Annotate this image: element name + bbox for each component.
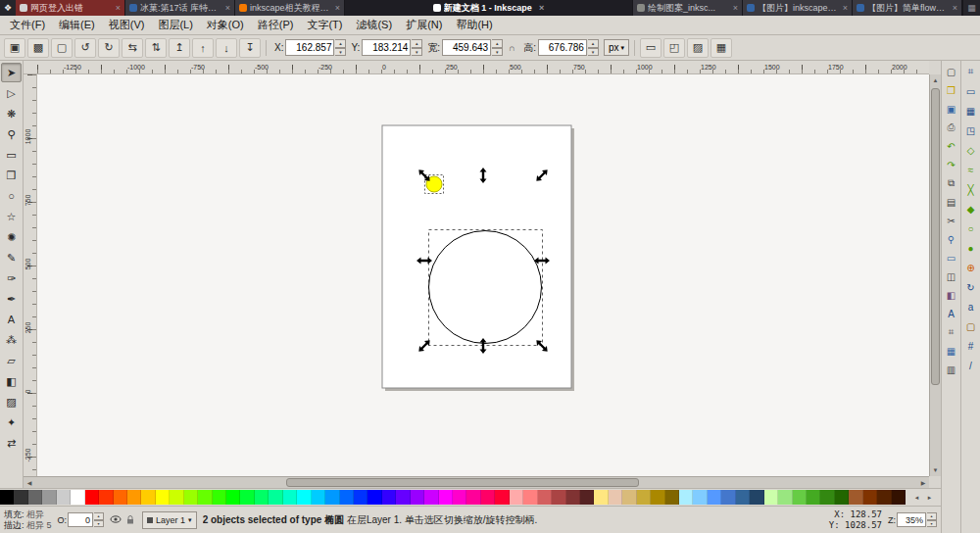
palette-swatch[interactable] <box>382 490 396 505</box>
palette-swatch[interactable] <box>736 490 750 505</box>
snap-smooth-nodes-toggle[interactable]: ○ <box>962 220 979 236</box>
palette-swatch[interactable] <box>778 490 792 505</box>
layer-visibility-icon[interactable] <box>110 513 122 527</box>
palette-swatch[interactable] <box>439 490 453 505</box>
palette-swatch[interactable] <box>835 490 849 505</box>
palette-swatch[interactable] <box>213 490 226 505</box>
palette-swatch[interactable] <box>495 490 509 505</box>
palette-swatch[interactable] <box>622 490 636 505</box>
palette-swatch[interactable] <box>424 490 438 505</box>
x-spinner[interactable]: ▴▾ <box>335 39 346 56</box>
height-spinner[interactable]: ▴▾ <box>588 39 599 56</box>
xml-editor-button[interactable]: ⌗ <box>943 324 959 340</box>
palette-swatch[interactable] <box>396 490 410 505</box>
node-editor-tool[interactable]: ▷ <box>1 83 22 103</box>
menu-item[interactable]: 帮助(H) <box>449 16 499 34</box>
menu-item[interactable]: 路径(P) <box>251 16 301 34</box>
snap-enable-toggle[interactable]: ⌗ <box>962 64 979 79</box>
tab-close-icon[interactable]: × <box>335 3 340 13</box>
palette-swatch[interactable] <box>240 490 254 505</box>
zoom-spinner[interactable]: ▴▾ <box>927 512 937 527</box>
horizontal-ruler[interactable]: -1250-1000-750-500-250025050075010001250… <box>24 61 929 74</box>
align-dialog-button[interactable]: ▦ <box>943 343 959 359</box>
palette-swatch[interactable] <box>764 490 778 505</box>
palette-swatch[interactable] <box>793 490 807 505</box>
palette-swatch[interactable] <box>807 490 820 505</box>
zoom-input[interactable]: 35% <box>897 512 926 527</box>
spray-tool[interactable]: ⁂ <box>1 330 22 350</box>
new-document-button[interactable]: ▢ <box>943 64 959 79</box>
window-tab[interactable]: inkscape相关教程汇总...× <box>235 0 345 16</box>
lower-to-bottom-button[interactable]: ↧ <box>239 38 261 58</box>
horizontal-scrollbar-thumb[interactable] <box>286 478 639 487</box>
text-dialog-button[interactable]: A <box>943 306 959 321</box>
copy-button[interactable]: ⧉ <box>943 175 959 191</box>
opacity-input[interactable]: 0 <box>68 512 93 527</box>
palette-swatch[interactable] <box>849 490 862 505</box>
rectangle-tool[interactable]: ▭ <box>1 145 22 165</box>
flip-vertical-button[interactable]: ⇅ <box>145 38 167 58</box>
vertical-scrollbar-thumb[interactable] <box>931 88 940 385</box>
snap-text-baseline-toggle[interactable]: a <box>962 299 979 315</box>
palette-swatch[interactable] <box>354 490 368 505</box>
palette-swatch[interactable] <box>580 490 594 505</box>
text-tool[interactable]: A <box>1 310 22 329</box>
palette-swatch[interactable] <box>510 490 523 505</box>
cut-button[interactable]: ✂ <box>943 213 959 228</box>
horizontal-scrollbar[interactable]: ◀ ▶ <box>24 476 929 488</box>
palette-swatch[interactable] <box>141 490 155 505</box>
tab-close-icon[interactable]: × <box>225 3 230 13</box>
lower-button[interactable]: ↓ <box>216 38 237 58</box>
palette-swatch[interactable] <box>340 490 354 505</box>
scroll-left-icon[interactable]: ◀ <box>24 477 35 488</box>
x-input[interactable]: 162.857 <box>285 39 334 56</box>
large-circle-object[interactable] <box>429 231 542 344</box>
print-document-button[interactable]: ⎙ <box>943 120 959 135</box>
selector-tool[interactable]: ➤ <box>1 63 22 82</box>
palette-swatch[interactable] <box>0 490 14 505</box>
snap-midpoints-toggle[interactable]: ● <box>962 240 979 256</box>
spiral-tool[interactable]: ✺ <box>1 227 22 247</box>
zoom-tool[interactable]: ⚲ <box>1 124 22 144</box>
palette-swatch[interactable] <box>651 490 664 505</box>
affect-pattern-toggle[interactable]: ▦ <box>710 38 732 58</box>
palette-swatch[interactable] <box>721 490 735 505</box>
palette-swatch[interactable] <box>637 490 651 505</box>
snap-page-border-toggle[interactable]: ▢ <box>962 318 979 334</box>
select-all-layers-button[interactable]: ▩ <box>27 38 49 58</box>
palette-swatch[interactable] <box>85 490 99 505</box>
palette-swatch[interactable] <box>170 490 183 505</box>
palette-swatch[interactable] <box>28 490 42 505</box>
canvas-viewport[interactable] <box>37 74 929 476</box>
flip-horizontal-button[interactable]: ⇆ <box>122 38 143 58</box>
palette-swatch[interactable] <box>594 490 608 505</box>
snap-nodes-toggle[interactable]: ◇ <box>962 142 979 158</box>
window-tab[interactable]: 【图片】inkscape实例bolo...× <box>743 0 853 16</box>
rotate-90-ccw-button[interactable]: ↺ <box>74 38 96 58</box>
palette-swatch[interactable] <box>750 490 763 505</box>
snap-intersections-toggle[interactable]: ╳ <box>962 181 979 197</box>
palette-swatch[interactable] <box>566 490 580 505</box>
palette-swatch[interactable] <box>820 490 834 505</box>
palette-swatch[interactable] <box>481 490 495 505</box>
snap-grid-toggle[interactable]: # <box>962 338 979 354</box>
y-spinner[interactable]: ▴▾ <box>412 39 422 56</box>
tab-close-icon[interactable]: × <box>539 3 544 13</box>
unit-dropdown[interactable]: px ▾ <box>604 39 629 56</box>
palette-swatch[interactable] <box>877 490 891 505</box>
snap-bbox-edges-toggle[interactable]: ▦ <box>962 103 979 119</box>
dropper-tool[interactable]: ✦ <box>1 412 22 432</box>
opacity-spinner[interactable]: ▴▾ <box>94 512 104 527</box>
palette-swatch[interactable] <box>14 490 27 505</box>
calligraphy-tool[interactable]: ✒ <box>1 289 22 309</box>
window-tab[interactable]: 网页登入出错× <box>16 0 125 16</box>
palette-swatch[interactable] <box>453 490 466 505</box>
palette-swatch[interactable] <box>269 490 282 505</box>
vertical-scrollbar[interactable]: ▲ ▼ <box>929 74 941 476</box>
palette-swatch[interactable] <box>552 490 565 505</box>
tweak-tool[interactable]: ❋ <box>1 104 22 123</box>
y-input[interactable]: 183.214 <box>362 39 411 56</box>
palette-swatch[interactable] <box>198 490 212 505</box>
menu-item[interactable]: 滤镜(S) <box>349 16 399 34</box>
menu-item[interactable]: 扩展(N) <box>399 16 449 34</box>
